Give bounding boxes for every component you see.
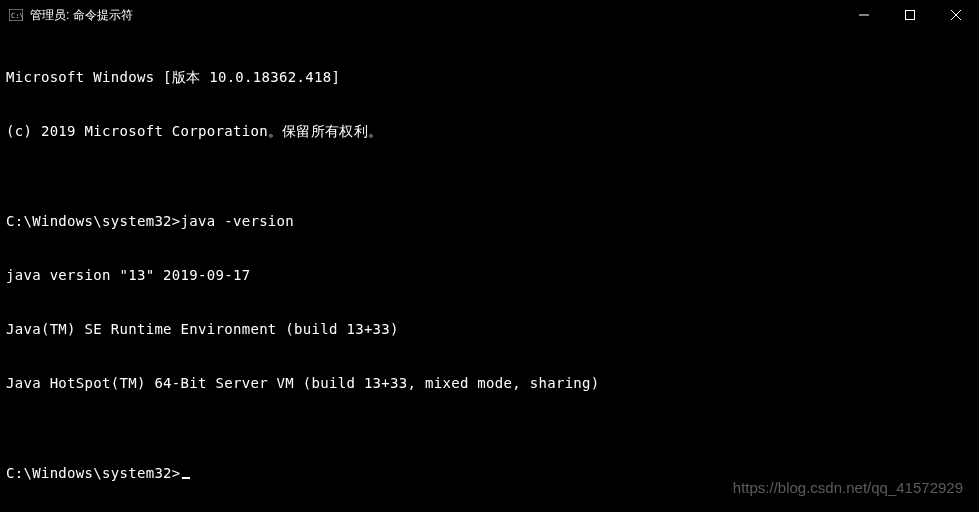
maximize-button[interactable] [887, 0, 933, 30]
svg-text:C:\: C:\ [11, 12, 23, 20]
output-line: Java HotSpot(TM) 64-Bit Server VM (build… [6, 374, 973, 392]
titlebar-left: C:\ 管理员: 命令提示符 [8, 7, 133, 24]
cursor-icon [182, 477, 190, 479]
output-line: java version "13" 2019-09-17 [6, 266, 973, 284]
svg-rect-3 [906, 11, 915, 20]
prompt-text: C:\Windows\system32> [6, 465, 181, 481]
close-button[interactable] [933, 0, 979, 30]
prompt-line: C:\Windows\system32> [6, 464, 973, 482]
cmd-icon: C:\ [8, 7, 24, 23]
window-titlebar: C:\ 管理员: 命令提示符 [0, 0, 979, 30]
output-line: (c) 2019 Microsoft Corporation。保留所有权利。 [6, 122, 973, 140]
output-line: C:\Windows\system32>java -version [6, 212, 973, 230]
window-title: 管理员: 命令提示符 [30, 7, 133, 24]
output-line: Java(TM) SE Runtime Environment (build 1… [6, 320, 973, 338]
minimize-button[interactable] [841, 0, 887, 30]
window-controls [841, 0, 979, 30]
output-line: Microsoft Windows [版本 10.0.18362.418] [6, 68, 973, 86]
terminal-output[interactable]: Microsoft Windows [版本 10.0.18362.418] (c… [0, 30, 979, 512]
